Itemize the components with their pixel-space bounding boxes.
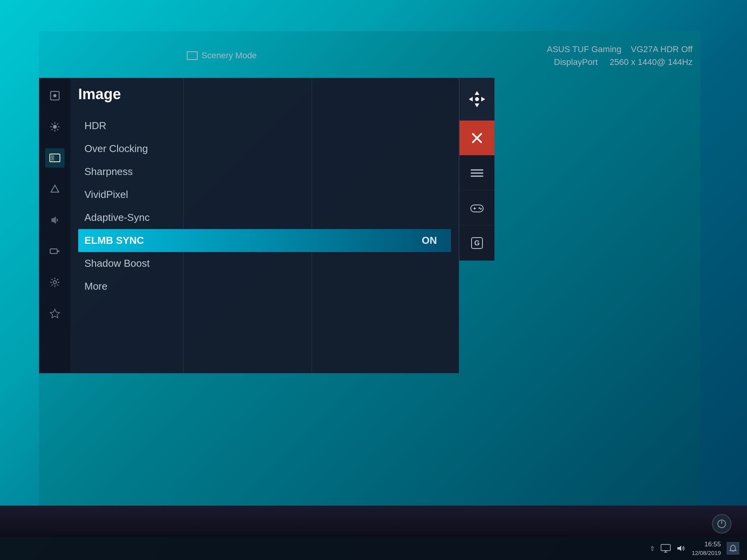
sidebar-icon-brightness[interactable] [45, 117, 65, 136]
menu-item-label-adaptive-sync: Adaptive-Sync [84, 212, 150, 224]
menu-item-label-sharpness: Sharpness [84, 166, 133, 178]
menu-item-label-more: More [84, 280, 107, 292]
taskbar-clock: 16:55 12/08/2019 [692, 540, 721, 557]
close-red-button[interactable] [459, 121, 494, 156]
menu-item-overclocking[interactable]: Over Clocking [78, 137, 451, 160]
menu-item-label-shadow-boost: Shadow Boost [84, 257, 150, 270]
menu-item-value-elmb-sync: ON [422, 234, 437, 247]
sidebar-icon-image[interactable] [45, 148, 65, 168]
monitor-model: VG27A HDR Off [631, 44, 693, 54]
svg-line-8 [57, 129, 58, 130]
monitor-brand-model: ASUS TUF Gaming VG27A HDR Off [547, 43, 693, 56]
svg-line-9 [57, 124, 58, 125]
sidebar-icon-favorite[interactable] [45, 304, 65, 323]
monitor-connection: DisplayPort [554, 57, 598, 67]
menu-item-vividpixel[interactable]: VividPixel [78, 183, 451, 206]
svg-rect-12 [51, 155, 54, 161]
svg-point-32 [479, 207, 480, 209]
sidebar-icon-color[interactable] [45, 179, 65, 199]
menu-item-elmb-sync[interactable]: ELMB SYNCON [78, 229, 451, 252]
osd-overlay: ASUS TUF Gaming VG27A HDR Off DisplayPor… [39, 31, 700, 517]
menu-item-label-overclocking: Over Clocking [84, 143, 148, 155]
sidebar-icon-input[interactable] [45, 242, 65, 261]
page-title: Image [78, 86, 451, 107]
gamevisual-button[interactable]: G [459, 226, 494, 261]
menu-item-shadow-boost[interactable]: Shadow Boost [78, 252, 451, 275]
menu-item-label-elmb-sync: ELMB SYNC [84, 234, 144, 247]
menu-list: HDROver ClockingSharpnessVividPixelAdapt… [78, 114, 451, 298]
svg-line-7 [52, 124, 53, 125]
menu-item-label-vividpixel: VividPixel [84, 189, 128, 201]
monitor-info: ASUS TUF Gaming VG27A HDR Off DisplayPor… [547, 43, 693, 68]
svg-text:G: G [474, 239, 480, 247]
svg-marker-13 [52, 217, 56, 223]
menu-item-label-hdr: HDR [84, 120, 106, 132]
svg-point-2 [53, 125, 57, 129]
monitor-connection-resolution: DisplayPort 2560 x 1440@ 144Hz [547, 56, 693, 68]
osd-panel: Image HDROver ClockingSharpnessVividPixe… [39, 78, 459, 373]
gamepad-button[interactable] [459, 191, 494, 226]
menu-item-adaptive-sync[interactable]: Adaptive-Sync [78, 206, 451, 229]
svg-point-1 [53, 94, 56, 97]
menu-item-hdr[interactable]: HDR [78, 114, 451, 137]
menu-item-sharpness[interactable]: Sharpness [78, 160, 451, 183]
svg-point-17 [53, 281, 56, 284]
svg-marker-18 [50, 309, 60, 318]
svg-rect-14 [50, 249, 57, 254]
monitor-resolution: 2560 x 1440@ 144Hz [610, 57, 693, 67]
svg-point-33 [480, 208, 482, 210]
scenery-mode-label: Scenery Mode [202, 51, 257, 61]
svg-marker-16 [58, 250, 60, 252]
svg-point-23 [475, 97, 479, 101]
taskbar: ⇧ 16:55 12/08/2019 [0, 537, 747, 560]
taskbar-time: 16:55 [692, 540, 721, 549]
taskbar-display-icon[interactable] [661, 544, 671, 553]
taskbar-date: 12/08/2019 [692, 549, 721, 557]
scenery-mode-icon [187, 51, 198, 60]
taskbar-notification-icon[interactable] [727, 542, 739, 555]
svg-marker-22 [481, 97, 485, 102]
taskbar-volume-icon[interactable] [677, 544, 686, 553]
scenery-mode-indicator: Scenery Mode [187, 51, 257, 61]
sidebar-icon-sound[interactable] [45, 210, 65, 230]
svg-marker-40 [677, 546, 681, 551]
svg-marker-20 [475, 103, 479, 107]
monitor-bezel-bottom [0, 506, 747, 537]
svg-marker-19 [475, 91, 479, 95]
sidebar-icon-system[interactable] [45, 273, 65, 292]
osd-content: Image HDROver ClockingSharpnessVividPixe… [70, 78, 459, 373]
monitor-brand: ASUS TUF Gaming [547, 44, 621, 54]
sidebar-icon-gameplus[interactable] [45, 86, 65, 105]
menu-item-more[interactable]: More [78, 275, 451, 298]
svg-line-10 [52, 129, 53, 130]
svg-marker-21 [469, 97, 473, 102]
menu-button[interactable] [459, 156, 494, 191]
taskbar-notification-arrow[interactable]: ⇧ [650, 545, 655, 552]
dpad-button[interactable] [459, 78, 494, 121]
taskbar-system-icons: ⇧ [650, 544, 686, 553]
svg-rect-36 [661, 544, 670, 551]
power-button[interactable] [712, 514, 731, 534]
right-osd-controls: G [459, 78, 494, 261]
sidebar-nav [39, 78, 70, 373]
